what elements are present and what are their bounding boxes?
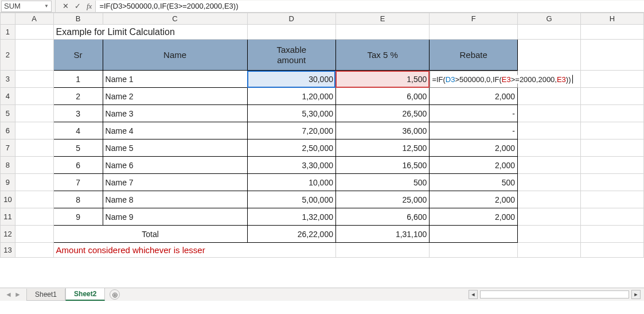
row-header[interactable]: 8 — [1, 157, 15, 174]
cell[interactable] — [518, 25, 581, 40]
cell-sr[interactable]: 8 — [53, 191, 103, 208]
cell[interactable] — [15, 105, 53, 122]
cell-name[interactable]: Name 5 — [103, 139, 247, 157]
cell-taxable-ref[interactable]: 30,000 — [247, 71, 335, 88]
cell[interactable] — [580, 174, 643, 191]
cell[interactable] — [518, 243, 581, 258]
tab-next-icon[interactable]: ► — [14, 290, 21, 299]
column-header[interactable]: B — [53, 13, 103, 25]
cell-name[interactable]: Name 8 — [103, 191, 247, 208]
column-header[interactable]: D — [247, 13, 335, 25]
cell-sr[interactable]: 7 — [53, 174, 103, 191]
cell[interactable] — [580, 25, 643, 40]
cell[interactable] — [247, 25, 335, 40]
scroll-track[interactable] — [480, 290, 629, 299]
row-header[interactable]: 1 — [1, 25, 15, 40]
column-header[interactable]: A — [15, 13, 53, 25]
cell-name[interactable]: Name 7 — [103, 174, 247, 191]
cell[interactable] — [518, 157, 581, 174]
page-title[interactable]: Example for Limit Calculation — [53, 25, 247, 40]
fx-icon[interactable]: fx — [87, 2, 92, 11]
cell[interactable] — [518, 122, 581, 139]
row-header[interactable]: 3 — [1, 71, 15, 88]
cell[interactable] — [580, 191, 643, 208]
cell-rebate[interactable]: 2,000 — [430, 88, 518, 105]
grid[interactable]: A B C D E F G H 1 Example for Limit Calc… — [0, 13, 644, 258]
cell[interactable] — [580, 139, 643, 157]
cell-rebate[interactable]: 2,000 — [430, 157, 518, 174]
cell-tax[interactable]: 6,600 — [335, 208, 429, 226]
cell-sr[interactable]: 4 — [53, 122, 103, 139]
cell[interactable] — [518, 208, 581, 226]
cell[interactable] — [518, 40, 581, 71]
cell-rebate[interactable]: 2,000 — [430, 139, 518, 157]
cell[interactable] — [15, 40, 53, 71]
accept-button[interactable]: ✓ — [75, 2, 81, 10]
cell-name[interactable]: Name 3 — [103, 105, 247, 122]
row-header[interactable]: 11 — [1, 208, 15, 226]
chevron-down-icon[interactable]: ▼ — [44, 3, 49, 9]
cell[interactable] — [518, 139, 581, 157]
cell[interactable] — [15, 88, 53, 105]
cell[interactable] — [335, 243, 429, 258]
cell-sr[interactable]: 6 — [53, 157, 103, 174]
cell-rebate-editing[interactable]: =IF(D3>500000,0,IF(E3>=2000,2000,E3)) — [430, 71, 518, 88]
column-header[interactable]: G — [518, 13, 581, 25]
cell-sr[interactable]: 2 — [53, 88, 103, 105]
cell[interactable] — [15, 71, 53, 88]
cell[interactable] — [430, 226, 518, 243]
cell[interactable] — [518, 174, 581, 191]
cell-total-tax[interactable]: 1,31,100 — [335, 226, 429, 243]
cell[interactable] — [15, 157, 53, 174]
scroll-right-button[interactable]: ► — [631, 290, 641, 299]
cell-sr[interactable]: 9 — [53, 208, 103, 226]
tab-sheet1[interactable]: Sheet1 — [26, 289, 65, 301]
cell[interactable] — [15, 191, 53, 208]
cell-rebate[interactable]: 500 — [430, 174, 518, 191]
cell-tax[interactable]: 36,000 — [335, 122, 429, 139]
cell[interactable] — [15, 208, 53, 226]
cell-taxable[interactable]: 1,20,000 — [247, 88, 335, 105]
col-header-sr[interactable]: Sr — [53, 40, 103, 71]
row-header[interactable]: 10 — [1, 191, 15, 208]
cell-tax[interactable]: 16,500 — [335, 157, 429, 174]
cell-rebate[interactable]: - — [430, 105, 518, 122]
cell-taxable[interactable]: 2,50,000 — [247, 139, 335, 157]
cell[interactable] — [518, 105, 581, 122]
row-header[interactable]: 12 — [1, 226, 15, 243]
cell[interactable] — [15, 226, 53, 243]
cell-taxable[interactable]: 5,30,000 — [247, 105, 335, 122]
column-header[interactable]: C — [103, 13, 247, 25]
column-header[interactable]: E — [335, 13, 429, 25]
cell-sr[interactable]: 3 — [53, 105, 103, 122]
row-header[interactable]: 4 — [1, 88, 15, 105]
cell-rebate[interactable]: - — [430, 122, 518, 139]
cell[interactable] — [580, 226, 643, 243]
tab-sheet2[interactable]: Sheet2 — [65, 288, 105, 301]
cell[interactable] — [518, 191, 581, 208]
cell[interactable] — [580, 208, 643, 226]
col-header-taxable[interactable]: Taxable amount — [247, 40, 335, 71]
name-box[interactable]: SUM ▼ — [1, 1, 52, 12]
add-sheet-button[interactable]: ⊕ — [110, 289, 120, 300]
cell-taxable[interactable]: 1,32,000 — [247, 208, 335, 226]
row-header[interactable]: 2 — [1, 40, 15, 71]
cell[interactable] — [15, 139, 53, 157]
cell[interactable] — [580, 122, 643, 139]
cell[interactable] — [580, 88, 643, 105]
cell-tax[interactable]: 25,000 — [335, 191, 429, 208]
cell-tax[interactable]: 12,500 — [335, 139, 429, 157]
cell-name[interactable]: Name 1 — [103, 71, 247, 88]
row-header[interactable]: 6 — [1, 122, 15, 139]
cell-sr[interactable]: 1 — [53, 71, 103, 88]
col-header-name[interactable]: Name — [103, 40, 247, 71]
cell-tax[interactable]: 6,000 — [335, 88, 429, 105]
formula-input[interactable]: =IF(D3>500000,0,IF(E3>=2000,2000,E3)) — [95, 1, 644, 12]
cell-name[interactable]: Name 2 — [103, 88, 247, 105]
cell[interactable] — [580, 71, 643, 88]
cell-taxable[interactable]: 10,000 — [247, 174, 335, 191]
horizontal-scrollbar[interactable]: ◄ ► — [120, 290, 644, 299]
cell[interactable] — [430, 25, 518, 40]
cell-rebate[interactable]: 2,000 — [430, 191, 518, 208]
col-header-tax[interactable]: Tax 5 % — [335, 40, 429, 71]
